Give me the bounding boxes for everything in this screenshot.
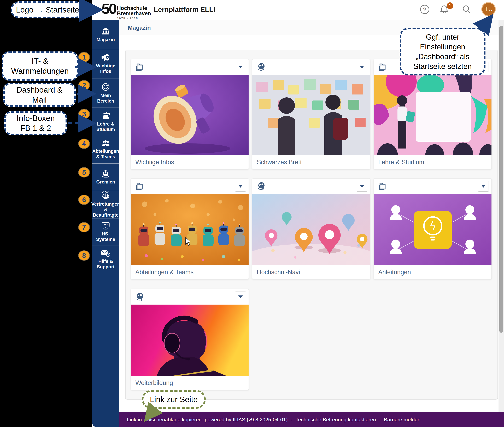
sidebar-item-label: Abteilungen & Teams bbox=[92, 149, 120, 160]
card-title[interactable]: Anleitungen bbox=[374, 265, 491, 279]
megaphone-illustration bbox=[131, 75, 248, 155]
sidebar-item-label: HS-Systeme bbox=[92, 231, 119, 242]
logo-line1: Hochschule bbox=[117, 6, 151, 11]
folder-icon bbox=[135, 183, 144, 190]
svg-text:***: *** bbox=[104, 223, 108, 227]
card-weiterbildung: Weiterbildung bbox=[131, 289, 249, 390]
avatar[interactable]: TU bbox=[481, 2, 496, 16]
card-wichtige-infos: Wichtige Infos bbox=[131, 59, 249, 169]
top-header: 50 Hochschule Bremerhaven 1975 - 2025 Le… bbox=[92, 0, 504, 20]
footer-accessibility-link[interactable]: Barriere melden bbox=[384, 417, 420, 423]
headphones-person-illustration bbox=[131, 305, 248, 376]
link-icon bbox=[257, 182, 265, 191]
card-lehre-studium: Lehre & Studium bbox=[374, 59, 492, 169]
sidebar-item-abteilungen-teams[interactable]: Abteilungen & Teams bbox=[92, 136, 119, 163]
help-icon: ? bbox=[420, 4, 430, 15]
notification-badge: 1 bbox=[447, 2, 453, 9]
sidebar-item-gremien[interactable]: Gremien bbox=[92, 163, 119, 191]
scrollbar-thumb[interactable] bbox=[499, 26, 503, 333]
sidebar-item-lehre-studium[interactable]: Lehre & Studium bbox=[92, 107, 119, 136]
footer-bar: Link in Zwischenablage kopieren powered … bbox=[119, 412, 504, 427]
presentation-illustration bbox=[374, 75, 491, 155]
sidebar: Magazin Wichtige Infos Mein Bereich bbox=[92, 20, 119, 427]
logo-home-link[interactable]: 50 Hochschule Bremerhaven 1975 - 2025 bbox=[101, 2, 151, 20]
annotation-number-4: 4 bbox=[78, 138, 90, 149]
card-title[interactable]: Hochschul-Navi bbox=[252, 265, 370, 279]
help-button[interactable]: ? bbox=[419, 4, 430, 15]
sidebar-item-hs-systeme[interactable]: *** HS-Systeme bbox=[92, 218, 119, 245]
sticky-notes-photo bbox=[252, 75, 370, 155]
sidebar-item-label: Gremien bbox=[96, 179, 116, 185]
folder-icon bbox=[135, 63, 144, 71]
people-group-icon bbox=[101, 140, 110, 147]
chevron-down-icon bbox=[238, 185, 243, 188]
sidebar-item-label: Lehre & Studium bbox=[92, 121, 119, 132]
page-title: Lernplattform ELLI bbox=[154, 6, 215, 14]
card-title[interactable]: Weiterbildung bbox=[131, 376, 248, 390]
sidebar-item-vertretungen[interactable]: Vertretungen & Beauftragte bbox=[92, 191, 119, 218]
globe-people-icon bbox=[101, 191, 110, 200]
annotation-box-it-warnmeldungen: IT- & Warnmeldungen bbox=[2, 52, 78, 81]
megaphone-icon bbox=[101, 54, 110, 61]
footer-copy-link[interactable]: Link in Zwischenablage kopieren bbox=[127, 417, 202, 423]
card-title[interactable]: Schwarzes Brett bbox=[252, 155, 370, 169]
footer-powered-by: powered by ILIAS (v9.8 2025-04-01) bbox=[205, 417, 288, 423]
chevron-down-icon bbox=[360, 185, 364, 188]
mail-help-icon: ? bbox=[101, 249, 110, 257]
card-title[interactable]: Wichtige Infos bbox=[131, 155, 248, 169]
annotation-number-1: 1 bbox=[78, 52, 90, 62]
smiley-icon bbox=[101, 83, 110, 91]
search-button[interactable] bbox=[461, 4, 472, 15]
card-title[interactable]: Lehre & Studium bbox=[374, 155, 491, 169]
chevron-down-icon bbox=[481, 185, 486, 188]
card-actions-dropdown[interactable] bbox=[235, 291, 246, 302]
annotation-number-5: 5 bbox=[78, 167, 90, 177]
annotation-box-info-boxen: Info-Boxen FB 1 & 2 bbox=[4, 111, 67, 135]
lightbulb-cube-illustration bbox=[374, 194, 491, 265]
annotation-link-callout: Link zur Seite bbox=[142, 390, 206, 409]
footer-separator: · bbox=[379, 417, 381, 423]
sidebar-item-wichtige-infos[interactable]: Wichtige Infos bbox=[92, 49, 119, 78]
link-icon bbox=[257, 63, 265, 71]
sidebar-item-mein-bereich[interactable]: Mein Bereich bbox=[92, 78, 119, 107]
chevron-down-icon bbox=[238, 66, 243, 69]
chevron-down-icon bbox=[360, 66, 364, 69]
annotation-number-3: 3 bbox=[78, 109, 90, 119]
card-actions-dropdown[interactable] bbox=[357, 181, 367, 191]
folder-icon bbox=[378, 183, 387, 190]
annotation-logo-callout: Logo → Startseite bbox=[11, 1, 84, 18]
sidebar-item-label: Mein Bereich bbox=[92, 93, 119, 104]
mouse-cursor bbox=[185, 237, 192, 246]
sidebar-item-label: Wichtige Infos bbox=[92, 63, 119, 74]
chevron-down-icon bbox=[238, 296, 243, 298]
card-actions-dropdown[interactable] bbox=[235, 181, 246, 191]
card-actions-dropdown[interactable] bbox=[478, 181, 489, 191]
logo-line2: Bremerhaven bbox=[117, 11, 151, 16]
logo-50: 50 bbox=[101, 2, 116, 15]
svg-text:?: ? bbox=[423, 6, 426, 13]
annotation-number-8: 8 bbox=[78, 250, 90, 261]
annotation-box-dashboard-mail: Dashboard & Mail bbox=[3, 83, 76, 107]
sidebar-item-hilfe-support[interactable]: ? Hilfe & Support bbox=[92, 245, 119, 273]
annotation-number-6: 6 bbox=[78, 195, 90, 205]
card-actions-dropdown[interactable] bbox=[357, 62, 367, 72]
annotation-number-7: 7 bbox=[78, 222, 90, 232]
sidebar-item-label: Hilfe & Support bbox=[92, 259, 119, 270]
card-schwarzes-brett: Schwarzes Brett bbox=[252, 59, 370, 169]
sidebar-item-magazin[interactable]: Magazin bbox=[92, 20, 119, 49]
books-icon bbox=[101, 112, 110, 120]
link-icon bbox=[135, 293, 144, 301]
sidebar-item-label: Vertretungen & Beauftragte bbox=[91, 201, 121, 218]
card-title[interactable]: Abteilungen & Teams bbox=[131, 265, 248, 279]
card-actions-dropdown[interactable] bbox=[235, 62, 246, 72]
card-abteilungen-teams: Abteilungen & Teams bbox=[131, 178, 249, 279]
search-icon bbox=[462, 4, 472, 15]
robots-illustration bbox=[131, 194, 248, 265]
footer-separator: · bbox=[291, 417, 293, 423]
folder-icon bbox=[378, 63, 387, 71]
breadcrumb[interactable]: Magazin bbox=[128, 24, 151, 31]
screen: 50 Hochschule Bremerhaven 1975 - 2025 Le… bbox=[0, 0, 504, 427]
svg-text:?: ? bbox=[107, 253, 109, 256]
card-hochschul-navi: Hochschul-Navi bbox=[252, 178, 370, 279]
footer-support-link[interactable]: Technische Betreuung kontaktieren bbox=[295, 417, 376, 423]
